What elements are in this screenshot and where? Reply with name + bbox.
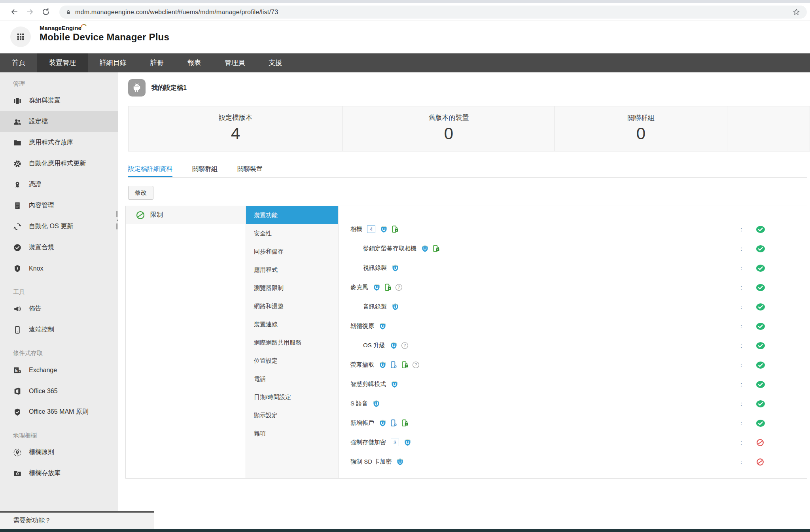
android-icon <box>131 82 143 94</box>
devices-icon <box>13 97 22 105</box>
sidebar-item-1-1[interactable]: 遠端控制 <box>0 319 118 340</box>
category-item-2[interactable]: 同步和儲存 <box>246 242 338 261</box>
category-item-7[interactable]: 網際網路共用服務 <box>246 333 338 352</box>
sidebar-item-label: 設定檔 <box>29 117 48 126</box>
setting-label: 從鎖定螢幕存取相機 <box>363 245 416 252</box>
help-icon[interactable]: ? <box>395 284 403 291</box>
shield-icon <box>13 264 22 273</box>
sidebar-item-0-2[interactable]: 應用程式存放庫 <box>0 132 118 153</box>
help-icon[interactable]: ? <box>401 342 409 349</box>
status-allowed-badge <box>756 264 765 272</box>
shield-check-icon <box>13 408 22 417</box>
nav-tab-3[interactable]: 註冊 <box>138 53 176 72</box>
sidebar-item-label: 佈告 <box>29 305 42 313</box>
status-allowed-badge <box>756 400 765 408</box>
url-text[interactable]: mdm.manageengine.com/webclient#/uems/mdm… <box>75 9 788 16</box>
status-allowed-icon <box>756 264 765 272</box>
setting-row-12: 強制 SD 卡加密: <box>339 452 807 471</box>
phone-lock-icon <box>401 361 409 369</box>
sidebar-item-3-0[interactable]: 柵欄原則 <box>0 442 118 463</box>
sidebar-item-0-0[interactable]: 群組與裝置 <box>0 90 118 111</box>
nav-tab-4[interactable]: 報表 <box>176 53 213 72</box>
sidebar-item-0-5[interactable]: 內容管理 <box>0 195 118 216</box>
nav-tab-1[interactable]: 裝置管理 <box>37 53 88 72</box>
address-bar[interactable]: mdm.manageengine.com/webclient#/uems/mdm… <box>59 6 807 19</box>
category-item-10[interactable]: 日期/時間設定 <box>246 388 338 406</box>
status-allowed-badge <box>756 303 765 311</box>
modify-button[interactable]: 修改 <box>128 186 153 200</box>
settings-list: 相機4:從鎖定螢幕存取相機:視訊錄製:麥克風?:音訊錄製:韌體復原:OS 升級?… <box>339 206 807 478</box>
knox-icon <box>379 419 386 427</box>
category-item-11[interactable]: 顯示設定 <box>246 406 338 424</box>
colon-separator: : <box>740 265 742 271</box>
phone-lock-icon <box>384 284 392 291</box>
exchange-icon: E <box>13 366 22 375</box>
colon-separator: : <box>740 323 742 329</box>
setting-icons: ? <box>373 284 403 291</box>
browser-reload-icon[interactable] <box>41 7 51 17</box>
apps-grid-icon <box>16 32 25 41</box>
product-logo[interactable]: ManageEngine Mobile Device Manager Plus <box>40 25 169 43</box>
nav-tab-2[interactable]: 詳細目錄 <box>88 53 138 72</box>
sidebar-item-1-0[interactable]: 佈告 <box>0 298 118 319</box>
status-allowed-icon <box>756 322 765 330</box>
phone-lock-icon <box>432 245 440 252</box>
colon-separator: : <box>740 420 742 426</box>
browser-forward-icon[interactable] <box>25 7 35 17</box>
category-item-4[interactable]: 瀏覽器限制 <box>246 279 338 297</box>
stat-value: 0 <box>444 124 453 143</box>
knox-icon <box>396 458 404 466</box>
need-new-features-link[interactable]: 需要新功能？ <box>0 511 154 529</box>
sidebar-item-2-0[interactable]: EExchange <box>0 360 118 381</box>
status-allowed-icon <box>756 225 765 233</box>
browser-back-icon[interactable] <box>9 7 19 17</box>
sidebar-item-0-8[interactable]: Knox <box>0 258 118 279</box>
setting-count-badge: 3 <box>391 439 399 446</box>
sidebar-item-0-3[interactable]: 自動化應用程式更新 <box>0 153 118 174</box>
status-blocked-badge <box>756 458 765 466</box>
sidebar-item-2-2[interactable]: Office 365 MAM 原則 <box>0 401 118 422</box>
nav-tab-6[interactable]: 支援 <box>257 53 294 72</box>
sidebar-item-0-6[interactable]: 自動化 OS 更新 <box>0 216 118 237</box>
policy-item-restrictions[interactable]: 限制 <box>126 206 246 224</box>
knox-icon <box>380 225 388 233</box>
category-item-6[interactable]: 裝置連線 <box>246 315 338 333</box>
nav-tab-0[interactable]: 首頁 <box>0 53 37 72</box>
category-item-8[interactable]: 位置設定 <box>246 352 338 370</box>
tab-1[interactable]: 關聯群組 <box>192 161 218 177</box>
category-item-1[interactable]: 安全性 <box>246 224 338 242</box>
colon-separator: : <box>740 303 742 310</box>
https-lock-icon <box>66 9 71 15</box>
setting-row-7: 螢幕擷取?: <box>339 355 807 375</box>
sidebar-item-3-1[interactable]: 柵欄存放庫 <box>0 463 118 484</box>
brand-name: ManageEngine <box>40 25 81 31</box>
status-blocked-badge <box>756 439 765 447</box>
setting-label: S 語音 <box>350 400 368 407</box>
bookmark-star-icon[interactable] <box>792 8 801 16</box>
setting-row-10: 新增帳戶: <box>339 413 807 433</box>
sidebar-item-0-7[interactable]: 裝置合規 <box>0 237 118 258</box>
status-allowed-badge <box>756 284 765 292</box>
category-item-12[interactable]: 雜項 <box>246 424 338 443</box>
category-item-3[interactable]: 應用程式 <box>246 261 338 279</box>
sync-icon <box>13 222 22 231</box>
category-list: 裝置功能安全性同步和儲存應用程式瀏覽器限制網路和漫遊裝置連線網際網路共用服務位置… <box>246 206 339 478</box>
sidebar-item-0-4[interactable]: 憑證 <box>0 174 118 195</box>
phone-gear-icon <box>390 419 397 427</box>
setting-icons <box>392 303 399 310</box>
phone-lock-icon <box>391 225 399 233</box>
apps-grid-button[interactable] <box>10 27 31 47</box>
category-item-0[interactable]: 裝置功能 <box>246 206 338 224</box>
tab-2[interactable]: 關聯裝置 <box>237 161 263 177</box>
sidebar-item-0-1[interactable]: 設定檔 <box>0 111 118 132</box>
setting-icons <box>396 458 404 466</box>
tab-0[interactable]: 設定檔詳細資料 <box>128 161 172 177</box>
setting-icons: ? <box>379 361 420 369</box>
sidebar-item-2-1[interactable]: Office 365 <box>0 381 118 401</box>
category-item-9[interactable]: 電話 <box>246 370 338 388</box>
help-icon[interactable]: ? <box>412 361 420 369</box>
nav-tab-5[interactable]: 管理員 <box>213 53 257 72</box>
category-item-5[interactable]: 網路和漫遊 <box>246 297 338 315</box>
check-circle-icon <box>13 243 22 252</box>
colon-separator: : <box>740 226 742 233</box>
